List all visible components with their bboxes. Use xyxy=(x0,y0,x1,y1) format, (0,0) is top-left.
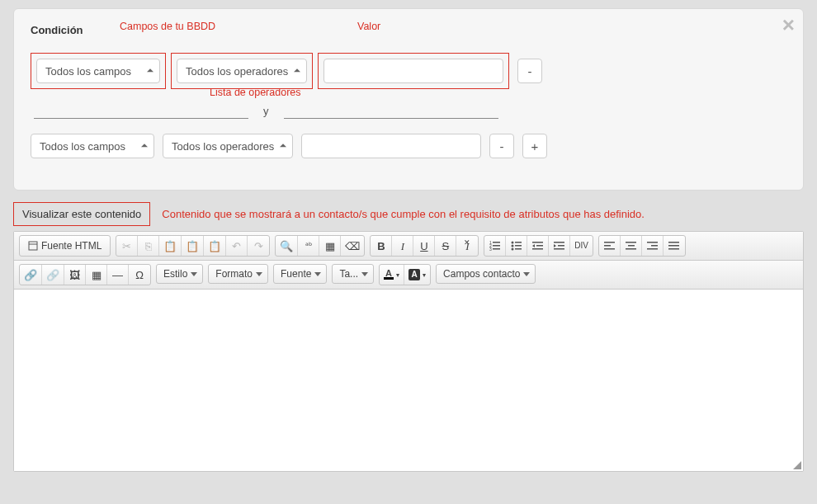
highlight-campos: Todos los campos xyxy=(31,53,166,89)
annotation-operadores: Lista de operadores xyxy=(210,87,301,98)
editor-toolbar-row-1: Fuente HTML ✂ ⎘ 📋 📋 📋 ↶ ↷ 🔍 ᵃᵇ ▦ ⌫ B I xyxy=(14,232,803,261)
operadores-select-2[interactable]: Todos los operadores xyxy=(163,134,293,158)
copy-icon: ⎘ xyxy=(145,241,152,252)
image-icon: 🖼 xyxy=(69,270,80,280)
date-to-input[interactable] xyxy=(284,101,498,119)
format-combo[interactable]: Formato xyxy=(208,264,268,284)
unlink-icon: 🔗 xyxy=(46,270,59,280)
annotation-valor: Valor xyxy=(357,21,380,32)
blockquote-button[interactable]: DIV xyxy=(570,236,593,256)
selectall-button[interactable]: ▦ xyxy=(319,236,341,256)
underline-button[interactable]: U xyxy=(413,236,435,256)
svg-rect-28 xyxy=(668,242,679,243)
resize-grip[interactable] xyxy=(791,459,801,469)
copy-button[interactable]: ⎘ xyxy=(138,236,159,256)
remove-condition-button-2[interactable]: - xyxy=(489,134,514,158)
date-from-input[interactable] xyxy=(34,101,248,119)
table-icon: ▦ xyxy=(92,270,102,280)
align-justify-button[interactable] xyxy=(664,236,685,256)
align-right-icon xyxy=(647,241,659,251)
image-button[interactable]: 🖼 xyxy=(64,265,86,285)
bullet-list-button[interactable] xyxy=(506,236,527,256)
editor-content-area[interactable] xyxy=(14,290,803,471)
align-left-button[interactable] xyxy=(599,236,621,256)
find-button[interactable]: 🔍 xyxy=(276,236,298,256)
highlight-valor xyxy=(318,53,509,89)
condition-row-2: Todos los campos Todos los operadores - … xyxy=(31,134,786,158)
hr-button[interactable]: — xyxy=(107,265,129,285)
highlight-operadores: Todos los operadores xyxy=(171,53,313,89)
undo-button[interactable]: ↶ xyxy=(226,236,248,256)
strike-button[interactable]: S xyxy=(435,236,456,256)
campos-select-1[interactable]: Todos los campos xyxy=(36,59,160,83)
replace-icon: ᵃᵇ xyxy=(305,242,312,250)
close-icon[interactable]: × xyxy=(782,14,795,35)
bold-button[interactable]: B xyxy=(371,236,392,256)
bg-color-button[interactable]: A▾ xyxy=(404,265,430,285)
valor-input-2[interactable] xyxy=(301,134,481,158)
table-button[interactable]: ▦ xyxy=(86,265,107,285)
svg-rect-14 xyxy=(536,245,543,247)
remove-condition-button-1[interactable]: - xyxy=(517,59,542,83)
specialchar-icon: Ω xyxy=(135,270,144,280)
align-right-button[interactable] xyxy=(642,236,664,256)
svg-rect-23 xyxy=(628,245,635,247)
numbered-list-button[interactable]: 123 xyxy=(484,236,506,256)
text-color-button[interactable]: A▾ xyxy=(380,265,404,285)
underline-icon: U xyxy=(420,241,427,252)
svg-rect-17 xyxy=(558,245,564,247)
clearformat-icon: I✕ xyxy=(465,241,469,252)
paste-word-button[interactable]: 📋 xyxy=(204,236,226,256)
visualize-description: Contenido que se mostrará a un contacto/… xyxy=(162,208,645,220)
campos-select-2[interactable]: Todos los campos xyxy=(31,134,154,158)
unlink-button[interactable]: 🔗 xyxy=(42,265,64,285)
svg-rect-15 xyxy=(532,248,543,250)
font-combo[interactable]: Fuente xyxy=(273,264,327,284)
replace-button[interactable]: ᵃᵇ xyxy=(298,236,319,256)
source-icon xyxy=(28,241,38,251)
text-color-icon: A xyxy=(384,270,394,280)
bullet-list-icon xyxy=(511,241,522,251)
source-html-button[interactable]: Fuente HTML xyxy=(20,236,110,256)
removeformat-icon: ⌫ xyxy=(345,241,360,252)
align-center-button[interactable] xyxy=(621,236,642,256)
italic-icon: I xyxy=(401,241,404,252)
selectall-icon: ▦ xyxy=(325,241,335,252)
redo-icon: ↷ xyxy=(254,241,263,252)
svg-rect-25 xyxy=(647,242,658,243)
size-combo[interactable]: Ta... xyxy=(332,264,374,284)
operadores-select-1[interactable]: Todos los operadores xyxy=(177,59,307,83)
link-icon: 🔗 xyxy=(24,270,37,280)
svg-rect-19 xyxy=(604,242,615,243)
svg-rect-13 xyxy=(532,242,543,243)
svg-rect-22 xyxy=(626,242,636,243)
contact-fields-combo[interactable]: Campos contacto xyxy=(436,264,536,284)
svg-rect-24 xyxy=(626,248,636,250)
outdent-button[interactable] xyxy=(527,236,549,256)
style-combo[interactable]: Estilo xyxy=(156,264,203,284)
svg-rect-4 xyxy=(493,245,500,247)
undo-icon: ↶ xyxy=(232,241,241,252)
add-condition-button[interactable]: + xyxy=(522,134,547,158)
paste-icon: 📋 xyxy=(163,241,177,252)
italic-button[interactable]: I xyxy=(392,236,413,256)
bg-color-icon: A xyxy=(408,269,420,280)
specialchar-button[interactable]: Ω xyxy=(129,265,150,285)
valor-input-1[interactable] xyxy=(323,59,503,83)
clearformat-button[interactable]: I✕ xyxy=(456,236,478,256)
svg-rect-21 xyxy=(604,248,615,250)
removeformat-button[interactable]: ⌫ xyxy=(341,236,364,256)
redo-button[interactable]: ↷ xyxy=(248,236,269,256)
indent-button[interactable] xyxy=(549,236,570,256)
cut-button[interactable]: ✂ xyxy=(116,236,138,256)
paste-text-button[interactable]: 📋 xyxy=(182,236,204,256)
condition-panel: × Condición Campos de tu BBDD Valor List… xyxy=(13,8,804,191)
link-button[interactable]: 🔗 xyxy=(20,265,42,285)
visualize-header: Visualizar este contenido Contenido que … xyxy=(13,202,804,226)
align-left-icon xyxy=(604,241,616,251)
annotation-campos: Campos de tu BBDD xyxy=(120,21,215,32)
svg-text:3: 3 xyxy=(489,247,492,251)
date-range-row: y xyxy=(34,101,786,119)
paste-button[interactable]: 📋 xyxy=(159,236,182,256)
find-icon: 🔍 xyxy=(280,241,293,252)
